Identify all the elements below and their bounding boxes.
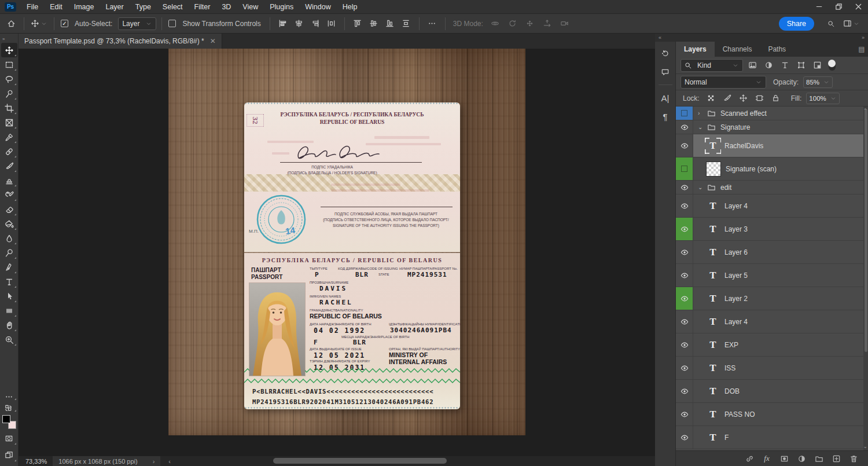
menu-item-3d[interactable]: 3D bbox=[216, 0, 237, 14]
color-swatches[interactable] bbox=[2, 415, 16, 429]
layer-row-signature[interactable]: ⌄Signature bbox=[676, 120, 868, 134]
filter-shape-layers-button[interactable] bbox=[794, 59, 808, 72]
menu-item-layer[interactable]: Layer bbox=[100, 0, 129, 14]
adjustment-layer-button[interactable] bbox=[795, 452, 808, 465]
align-top-edges-button[interactable] bbox=[350, 16, 365, 31]
visibility-toggle[interactable] bbox=[676, 107, 693, 120]
align-horizontal-centers-button[interactable] bbox=[292, 16, 307, 31]
filter-type-layers-button[interactable] bbox=[778, 59, 792, 72]
visibility-toggle[interactable] bbox=[676, 426, 693, 449]
document-tab[interactable]: Passport Template.psd @ 73,3% (RachelDav… bbox=[19, 34, 222, 49]
visibility-toggle[interactable] bbox=[676, 380, 693, 402]
search-button[interactable] bbox=[823, 16, 838, 31]
layer-row-layer-4[interactable]: TLayer 4 bbox=[676, 310, 868, 333]
new-group-button[interactable] bbox=[812, 452, 825, 465]
clone-stamp-tool[interactable] bbox=[1, 173, 17, 188]
layer-row-edit[interactable]: ⌄edit bbox=[676, 181, 868, 195]
align-left-edges-button[interactable] bbox=[275, 16, 290, 31]
minimize-button[interactable] bbox=[809, 0, 829, 14]
fill-input[interactable]: 100% bbox=[806, 93, 839, 104]
layer-style-button[interactable]: fx bbox=[760, 452, 773, 465]
blend-mode-dropdown[interactable]: Normal bbox=[681, 76, 766, 89]
chevron-down-icon[interactable]: ⌄ bbox=[698, 124, 703, 130]
tab-close-icon[interactable]: ✕ bbox=[210, 37, 216, 45]
menu-item-select[interactable]: Select bbox=[157, 0, 189, 14]
roll-3d-button[interactable] bbox=[505, 16, 520, 31]
orbit-3d-button[interactable] bbox=[488, 16, 503, 31]
menu-item-view[interactable]: View bbox=[237, 0, 264, 14]
menu-item-edit[interactable]: Edit bbox=[44, 0, 68, 14]
zoom-tool[interactable] bbox=[1, 332, 17, 347]
layer-row-iss[interactable]: TISS bbox=[676, 357, 868, 380]
dock-collapse-right[interactable]: » bbox=[862, 35, 865, 41]
lock-artboard-button[interactable] bbox=[753, 92, 767, 105]
tab-layers[interactable]: Layers bbox=[676, 42, 715, 57]
character-panel-button[interactable]: A| bbox=[657, 90, 674, 106]
align-bottom-edges-button[interactable] bbox=[382, 16, 398, 31]
dodge-tool[interactable] bbox=[1, 245, 17, 260]
healing-brush-tool[interactable] bbox=[1, 144, 17, 159]
quick-selection-tool[interactable] bbox=[1, 86, 17, 101]
menu-item-type[interactable]: Type bbox=[130, 0, 157, 14]
paragraph-panel-button[interactable]: ¶ bbox=[657, 108, 674, 124]
history-panel-button[interactable] bbox=[657, 45, 674, 61]
chevron-down-icon[interactable]: ⌄ bbox=[698, 184, 703, 190]
menu-item-image[interactable]: Image bbox=[68, 0, 100, 14]
more-align-options-button[interactable] bbox=[425, 16, 440, 31]
canvas-area[interactable]: 32 РЭСПУБЛІКА БЕЛАРУСЬ / РЕСПУБЛИКА БЕЛА… bbox=[19, 49, 655, 456]
scroll-down-icon[interactable]: ⌄ bbox=[863, 443, 867, 449]
screen-mode-button[interactable] bbox=[1, 448, 17, 463]
layer-row-exp[interactable]: TEXP bbox=[676, 333, 868, 357]
visibility-toggle[interactable] bbox=[676, 134, 693, 157]
home-button[interactable] bbox=[3, 16, 19, 31]
new-layer-button[interactable] bbox=[830, 452, 843, 465]
tool-preset-button[interactable] bbox=[30, 16, 49, 31]
visibility-toggle[interactable] bbox=[676, 241, 693, 263]
link-layers-button[interactable] bbox=[743, 452, 756, 465]
show-transform-checkbox[interactable]: ✓ Show Transform Controls bbox=[167, 16, 264, 31]
scroll-up-icon[interactable]: ⌃ bbox=[863, 108, 867, 113]
visibility-toggle[interactable] bbox=[676, 333, 693, 356]
workspace-switcher[interactable] bbox=[842, 16, 861, 31]
distribute-vertically-button[interactable] bbox=[399, 16, 414, 31]
quick-mask-button[interactable] bbox=[1, 431, 17, 446]
eraser-tool[interactable] bbox=[1, 202, 17, 217]
type-tool[interactable] bbox=[1, 274, 17, 289]
lock-position-button[interactable] bbox=[737, 92, 751, 105]
visibility-toggle[interactable] bbox=[676, 157, 693, 180]
edit-toolbar-button[interactable] bbox=[1, 392, 17, 401]
marquee-tool[interactable] bbox=[1, 57, 17, 72]
tab-channels[interactable]: Channels bbox=[715, 42, 760, 57]
lock-all-button[interactable] bbox=[769, 92, 783, 105]
align-right-edges-button[interactable] bbox=[308, 16, 323, 31]
toolbar-collapse[interactable]: » bbox=[0, 35, 18, 43]
lasso-tool[interactable] bbox=[1, 72, 17, 86]
visibility-toggle[interactable] bbox=[676, 310, 693, 333]
close-button[interactable] bbox=[848, 0, 868, 14]
layer-row-layer-5[interactable]: TLayer 5 bbox=[676, 264, 868, 287]
camera-3d-button[interactable] bbox=[557, 16, 572, 31]
filter-pixel-layers-button[interactable] bbox=[745, 59, 759, 72]
layer-row-pass-no[interactable]: TPASS NO bbox=[676, 403, 868, 426]
visibility-toggle[interactable] bbox=[676, 264, 693, 287]
hand-tool[interactable] bbox=[1, 318, 17, 332]
crop-tool[interactable] bbox=[1, 101, 17, 115]
align-vertical-centers-button[interactable] bbox=[366, 16, 381, 31]
vertical-scrollbar[interactable] bbox=[863, 107, 868, 450]
slide-3d-button[interactable] bbox=[540, 16, 555, 31]
filter-toggle-switch[interactable] bbox=[829, 60, 836, 71]
menu-item-filter[interactable]: Filter bbox=[189, 0, 216, 14]
panel-menu-icon[interactable]: ▤ bbox=[855, 42, 868, 57]
status-back-chevron-icon[interactable]: ‹ bbox=[168, 458, 171, 465]
visibility-toggle[interactable] bbox=[676, 195, 693, 217]
menu-item-help[interactable]: Help bbox=[337, 0, 363, 14]
layer-row-f[interactable]: TF bbox=[676, 426, 868, 449]
layer-row-racheldavis[interactable]: TRachelDavis bbox=[676, 134, 868, 157]
layer-row-layer-2[interactable]: TLayer 2 bbox=[676, 287, 868, 310]
menu-item-window[interactable]: Window bbox=[299, 0, 336, 14]
layer-row-dob[interactable]: TDOB bbox=[676, 380, 868, 403]
menu-item-file[interactable]: File bbox=[21, 0, 44, 14]
delete-layer-button[interactable] bbox=[847, 452, 860, 465]
visibility-toggle[interactable] bbox=[676, 403, 693, 425]
visibility-toggle[interactable] bbox=[676, 357, 693, 379]
